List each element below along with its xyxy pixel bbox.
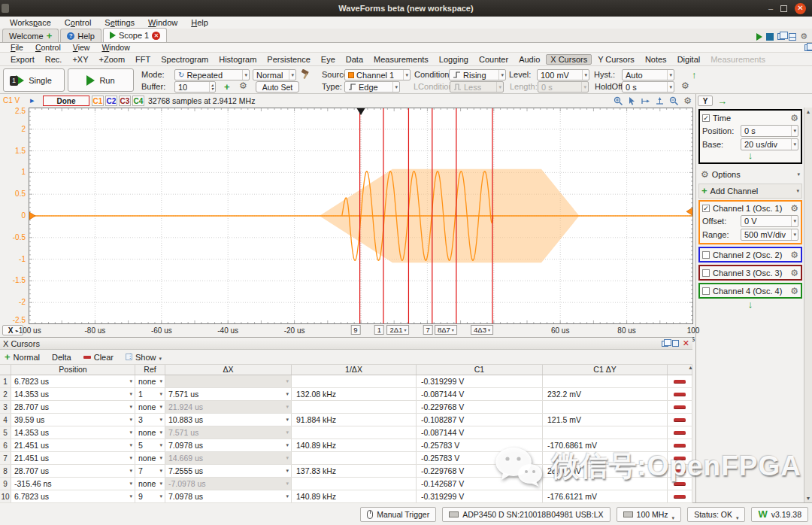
- close-button[interactable]: ✕: [795, 3, 806, 14]
- scope-menu-item-file[interactable]: File: [5, 43, 29, 53]
- cursor-position-select[interactable]: 6.7823 us▾: [11, 375, 135, 387]
- channel-gear-icon[interactable]: ⚙: [790, 286, 798, 296]
- ribbon-item-audio[interactable]: Audio: [514, 54, 544, 65]
- menubar-item-window[interactable]: Window: [141, 17, 184, 29]
- ribbon-item-y-cursors[interactable]: Y Cursors: [593, 54, 639, 65]
- cursor-position-select[interactable]: -315.46 ns▾: [11, 478, 135, 490]
- cursor-ref-select[interactable]: 9▾: [135, 490, 165, 502]
- table-scrollbar[interactable]: ▲: [688, 365, 693, 370]
- channel-checkbox[interactable]: [702, 251, 710, 259]
- ribbon-item-fft[interactable]: FFT: [131, 54, 155, 65]
- gear-icon[interactable]: ⚙: [800, 32, 807, 41]
- tile-windows-icon[interactable]: [789, 33, 796, 41]
- add-tab-icon[interactable]: +: [47, 32, 53, 40]
- cascade-windows-icon[interactable]: [777, 33, 785, 40]
- panel-scrollbar[interactable]: ▲▼: [804, 108, 812, 502]
- device-status[interactable]: Status: OK ▾: [687, 507, 745, 522]
- time-base-select[interactable]: 20 us/div▾: [741, 138, 798, 150]
- remove-cursor-button[interactable]: [674, 444, 686, 448]
- menubar-item-settings[interactable]: Settings: [98, 17, 141, 29]
- ribbon-item-digital[interactable]: Digital: [673, 54, 705, 65]
- cursor-ref-select[interactable]: none▾: [135, 426, 165, 439]
- show-menu-button[interactable]: Show ▾: [126, 353, 162, 362]
- channel-checkbox[interactable]: [702, 287, 710, 295]
- cursor-flag-8Δ7[interactable]: 8Δ7▾: [435, 325, 457, 335]
- cursor-position-select[interactable]: 28.707 us▾: [11, 465, 135, 477]
- type-select[interactable]: Edge▾: [344, 81, 400, 93]
- expand-icon[interactable]: ▸: [30, 96, 35, 105]
- remove-cursor-button[interactable]: [674, 482, 686, 486]
- run-all-icon[interactable]: [756, 33, 762, 41]
- stop-all-icon[interactable]: [766, 33, 774, 41]
- trigger-mode-select[interactable]: Normal▾: [253, 69, 296, 80]
- channel-badge-c3[interactable]: C3: [119, 96, 131, 106]
- close-panel-icon[interactable]: ✕: [683, 339, 689, 347]
- ribbon-item-rec-[interactable]: Rec.: [41, 54, 67, 65]
- channel-header-2[interactable]: Channel 2 (Osc. 2)⚙: [702, 249, 798, 260]
- cursor-dx-select[interactable]: 7.571 us▾: [165, 388, 292, 400]
- pointer-icon[interactable]: [628, 96, 636, 105]
- cursor-ref-select[interactable]: none▾: [135, 375, 165, 387]
- add-buffer-icon[interactable]: +: [224, 81, 230, 93]
- ribbon-item-counter[interactable]: Counter: [474, 54, 513, 65]
- cursor-ref-select[interactable]: 3▾: [135, 414, 165, 426]
- maximize-panel-icon[interactable]: [672, 340, 679, 347]
- channel-badge-c1[interactable]: C1: [92, 96, 104, 106]
- run-button[interactable]: Run: [68, 68, 134, 92]
- measure-x-icon[interactable]: [641, 97, 650, 105]
- ribbon-item-histogram[interactable]: Histogram: [214, 54, 261, 65]
- buffer-gear-icon[interactable]: ⚙: [239, 80, 247, 91]
- level-select[interactable]: 100 mV▾: [537, 69, 589, 80]
- arrow-right-icon[interactable]: →: [717, 96, 727, 107]
- cursor-position-select[interactable]: 21.451 us▾: [11, 452, 135, 464]
- ribbon-item-logging[interactable]: Logging: [435, 54, 473, 65]
- cursor-ref-select[interactable]: 1▾: [135, 388, 165, 400]
- ribbon-item-persistence[interactable]: Persistence: [262, 54, 314, 65]
- cursor-position-select[interactable]: 14.353 us▾: [11, 388, 135, 400]
- channel-offset-select[interactable]: 0 V▾: [741, 215, 798, 227]
- clock-frequency-selector[interactable]: 100 MHz ▾: [617, 507, 682, 522]
- channel-range-select[interactable]: 500 mV/div▾: [741, 229, 798, 241]
- add-normal-cursor-button[interactable]: + Normal: [5, 353, 40, 362]
- trigger-gear-icon[interactable]: ⚙: [681, 80, 689, 91]
- cursor-dx-select[interactable]: 7.0978 us▾: [165, 490, 292, 502]
- condition-select[interactable]: Rising▾: [449, 69, 506, 80]
- clear-cursors-button[interactable]: Clear: [83, 353, 114, 362]
- cursor-position-select[interactable]: 39.59 us▾: [11, 414, 135, 426]
- remove-cursor-button[interactable]: [674, 457, 686, 460]
- cursor-flag-4Δ3[interactable]: 4Δ3▾: [471, 325, 493, 335]
- hysteresis-select[interactable]: Auto▾: [622, 69, 674, 80]
- float-panel-icon[interactable]: [662, 341, 668, 347]
- trigger-source-select[interactable]: Channel 1▾: [344, 69, 411, 80]
- menubar-item-help[interactable]: Help: [184, 17, 215, 29]
- scope-plot[interactable]: [29, 108, 693, 324]
- arrow-down-icon[interactable]: ↓: [748, 150, 753, 161]
- ribbon-item-eye[interactable]: Eye: [317, 54, 340, 65]
- channel-checkbox[interactable]: ✓: [702, 205, 710, 212]
- auto-set-button[interactable]: Auto Set: [256, 81, 299, 93]
- remove-cursor-button[interactable]: [674, 495, 686, 499]
- cursor-dx-select[interactable]: 7.0978 us▾: [165, 439, 292, 451]
- remove-cursor-button[interactable]: [674, 380, 686, 384]
- channel-checkbox[interactable]: [702, 269, 710, 277]
- hammer-icon[interactable]: [300, 69, 310, 81]
- cursor-flag-9[interactable]: 9: [350, 325, 360, 335]
- single-button[interactable]: 1 Single: [3, 68, 65, 92]
- remove-cursor-button[interactable]: [674, 418, 686, 422]
- scope-menu-item-window[interactable]: Window: [95, 43, 135, 53]
- cursor-position-select[interactable]: 28.707 us▾: [11, 401, 135, 413]
- remove-cursor-button[interactable]: [674, 393, 686, 396]
- cursor-flag-7[interactable]: 7: [423, 325, 433, 335]
- zoom-in-icon[interactable]: [614, 96, 623, 106]
- buffer-stepper[interactable]: 10 ▴▾: [174, 81, 216, 93]
- plot-gear-icon[interactable]: ⚙: [683, 96, 692, 106]
- measure-y-icon[interactable]: [655, 97, 665, 105]
- ribbon-item--zoom[interactable]: +Zoom: [95, 54, 130, 65]
- channel-header-3[interactable]: Channel 3 (Osc. 3)⚙: [702, 267, 798, 278]
- ribbon-item-notes[interactable]: Notes: [641, 54, 671, 65]
- tab-scope-1[interactable]: Scope 1 ✕: [103, 28, 167, 42]
- x-cursors-titlebar[interactable]: X Cursors ✕: [0, 338, 692, 350]
- manual-trigger-button[interactable]: Manual Trigger: [360, 507, 436, 522]
- cursor-ref-select[interactable]: 7▾: [135, 465, 165, 477]
- cursor-position-select[interactable]: 21.451 us▾: [11, 439, 135, 451]
